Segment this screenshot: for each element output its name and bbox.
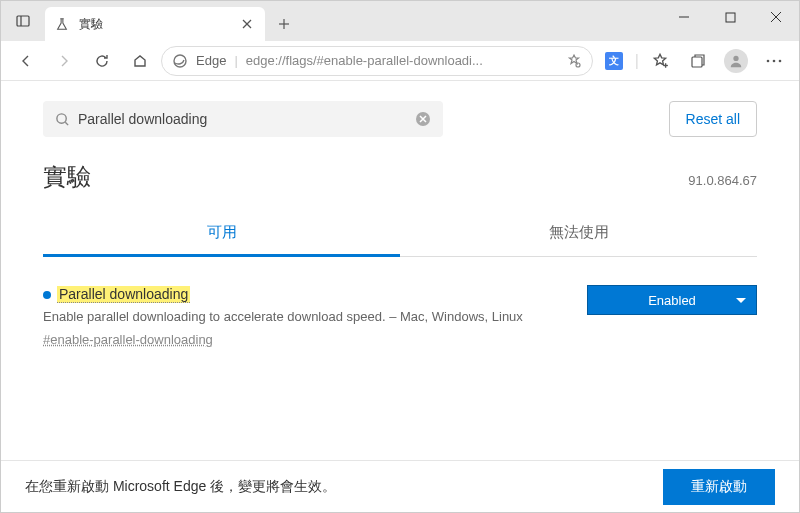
- svg-rect-0: [17, 16, 29, 26]
- browser-tab[interactable]: 實驗: [45, 7, 265, 41]
- flag-description: Enable parallel downloading to accelerat…: [43, 309, 547, 324]
- svg-rect-14: [692, 57, 702, 67]
- search-input[interactable]: [78, 111, 415, 127]
- svg-point-19: [57, 113, 66, 122]
- flag-title: Parallel downloading: [57, 286, 190, 303]
- back-button[interactable]: [9, 45, 43, 77]
- new-tab-button[interactable]: [269, 9, 299, 39]
- svg-rect-7: [726, 13, 735, 22]
- forward-button: [47, 45, 81, 77]
- modified-dot-icon: [43, 291, 51, 299]
- svg-point-17: [773, 59, 776, 62]
- flag-state-select[interactable]: Enabled: [587, 285, 757, 315]
- profile-button[interactable]: [719, 45, 753, 77]
- page-title: 實驗: [43, 161, 91, 193]
- translate-button[interactable]: 文: [597, 45, 631, 77]
- search-box[interactable]: [43, 101, 443, 137]
- close-tab-icon[interactable]: [239, 16, 255, 32]
- footer-message: 在您重新啟動 Microsoft Edge 後，變更將會生效。: [25, 478, 336, 496]
- shopping-icon[interactable]: [566, 53, 582, 69]
- minimize-button[interactable]: [661, 1, 707, 33]
- clear-search-icon[interactable]: [415, 111, 431, 127]
- svg-point-18: [779, 59, 782, 62]
- flag-anchor-link[interactable]: #enable-parallel-downloading: [43, 332, 213, 347]
- svg-point-11: [576, 63, 580, 67]
- home-button[interactable]: [123, 45, 157, 77]
- address-url: edge://flags/#enable-parallel-downloadi.…: [246, 53, 558, 68]
- reset-all-button[interactable]: Reset all: [669, 101, 757, 137]
- tab-title: 實驗: [79, 16, 231, 33]
- tab-available[interactable]: 可用: [43, 211, 400, 257]
- restart-button[interactable]: 重新啟動: [663, 469, 775, 505]
- favorites-button[interactable]: [643, 45, 677, 77]
- edge-icon: [172, 53, 188, 69]
- version-text: 91.0.864.67: [688, 173, 757, 188]
- collections-button[interactable]: [681, 45, 715, 77]
- svg-point-15: [733, 55, 738, 60]
- tab-actions-button[interactable]: [1, 1, 45, 41]
- address-bar[interactable]: Edge | edge://flags/#enable-parallel-dow…: [161, 46, 593, 76]
- tab-unavailable[interactable]: 無法使用: [400, 211, 757, 256]
- flask-icon: [55, 16, 71, 32]
- maximize-button[interactable]: [707, 1, 753, 33]
- svg-line-20: [65, 122, 68, 125]
- close-window-button[interactable]: [753, 1, 799, 33]
- search-icon: [55, 112, 70, 127]
- menu-button[interactable]: [757, 45, 791, 77]
- svg-point-16: [767, 59, 770, 62]
- address-label: Edge: [196, 53, 226, 68]
- refresh-button[interactable]: [85, 45, 119, 77]
